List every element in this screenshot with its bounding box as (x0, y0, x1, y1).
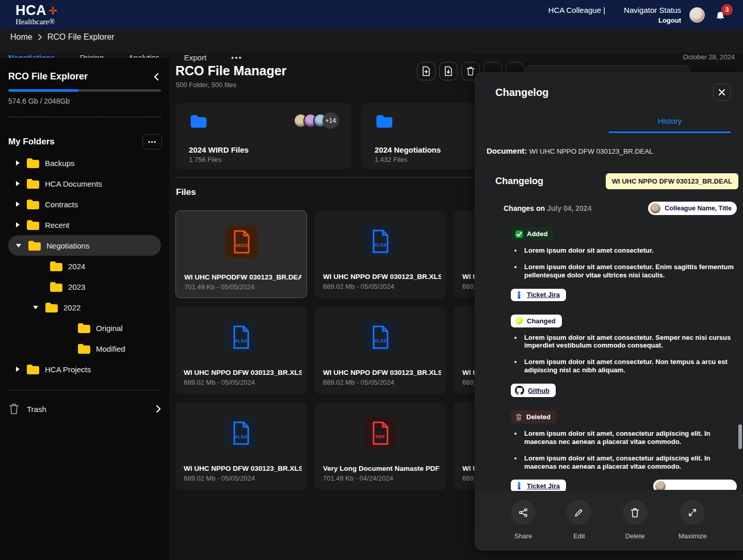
folder-card-name: 2024 WIRD Files (189, 145, 249, 154)
folder-card-name: 2024 Negotiations (375, 145, 441, 154)
current-date: October 28, 2024 (683, 53, 735, 61)
logout-link[interactable]: Logout (658, 17, 681, 24)
bullet: Lorem ipsum dolor sit amet consectetur. (522, 246, 736, 255)
changed-group: Changed Lorem ipsum dolor sit amet conse… (511, 301, 736, 397)
sidebar-item-backups[interactable]: Backups (0, 153, 169, 173)
file-meta: 689.02 Mb - 05/05/2024 (323, 283, 394, 290)
file-card[interactable]: NEGO WI UHC NPPODFW 030123_BR.DEAL 701.4… (175, 210, 307, 298)
file-card[interactable]: XLSX WI UHC NPPO DFW 030123_BR.XLSX 689.… (175, 306, 307, 394)
folder-icon (45, 302, 58, 313)
logo-subtext: Healthcare® (15, 18, 57, 26)
sidebar-item-hca-projects[interactable]: HCA Projects (0, 359, 169, 380)
chevron-right-icon (38, 34, 42, 41)
xlsx-file-icon: XLSX (224, 321, 257, 354)
sidebar-item-recent[interactable]: Recent (0, 215, 169, 235)
changelog-section-heading: Changelog (495, 176, 543, 187)
maximize-icon (688, 508, 697, 517)
author-chip[interactable]: Colleague Name, Title (648, 202, 737, 215)
user-avatar[interactable] (689, 7, 705, 23)
panel-scrollbar-thumb[interactable] (738, 424, 742, 449)
file-card[interactable]: PDF Very Long Document Namaste PDF 701.4… (315, 402, 446, 490)
breadcrumb-home[interactable]: Home (10, 32, 33, 42)
sidebar: RCO File Explorer 574.6 Gb / 2048Gb My F… (0, 58, 169, 560)
folder-tree: Backups HCA Documents Contracts Recent N (0, 153, 169, 380)
delete-button[interactable]: Delete (623, 500, 648, 551)
change-date: July 04, 2024 (547, 204, 591, 212)
changed-dot-icon (515, 317, 523, 324)
file-card[interactable]: XLSX WI UHC NPPO DFW 030123_BR.XLSX 689.… (315, 306, 446, 394)
file-download-icon (444, 66, 453, 76)
tab-export[interactable]: Export (184, 53, 206, 62)
bullet: Lorem ipsum dolor sit amet consectetur. … (522, 358, 736, 374)
file-name: WI UHC NPPODFW 030123_BR.DEAL (184, 273, 301, 281)
added-bullets: Lorem ipsum dolor sit amet consectetur. … (522, 246, 736, 279)
files-heading: Files (176, 187, 196, 197)
notification-badge: 3 (721, 4, 733, 15)
panel-title: Changelog (495, 87, 548, 98)
added-group: Added Lorem ipsum dolor sit amet consect… (511, 215, 736, 301)
sidebar-item-hca-documents[interactable]: HCA Documents (0, 173, 169, 194)
sidebar-item-2024[interactable]: 2024 (0, 256, 169, 276)
tab-history[interactable]: History (658, 117, 682, 131)
check-icon (515, 230, 523, 238)
xlsx-file-icon: XLSX (224, 417, 257, 450)
storage-usage-text: 574.6 Gb / 2048Gb (8, 97, 161, 105)
github-icon (515, 386, 524, 395)
pdf-file-icon: PDF (364, 417, 397, 450)
folder-card-wird[interactable]: +14 2024 WIRD Files 1.756 Files (175, 103, 351, 169)
caret-right-icon (16, 202, 20, 207)
extra-avatars-badge[interactable]: +14 (322, 112, 339, 129)
file-card[interactable]: XLSX WI UHC NPPO DFW 030123_BR.XLSX 689.… (315, 210, 446, 298)
sidebar-item-trash[interactable]: Trash (8, 398, 161, 420)
sidebar-collapse-button[interactable] (153, 72, 160, 81)
maximize-button[interactable]: Maximize (679, 500, 707, 551)
folder-card-count: 1.756 Files (189, 156, 222, 163)
caret-down-icon (33, 306, 38, 309)
tab-more[interactable]: ••• (231, 53, 243, 62)
deleted-badge: Deleted (511, 410, 557, 423)
navigator-status-link[interactable]: Navigator Status (624, 6, 681, 14)
breadcrumb: Home RCO File Explorer (0, 29, 743, 42)
notifications-button[interactable]: 3 (713, 6, 729, 24)
caret-right-icon (16, 181, 20, 186)
file-name: Very Long Document Namaste PDF (323, 465, 441, 472)
next-author-chip-partial[interactable] (653, 480, 737, 490)
caret-down-icon (16, 244, 21, 248)
changelog-panel: Changelog History Document: WI UHC NPPO … (475, 72, 743, 551)
avatar (650, 203, 660, 213)
file-name: WI UHC NPPO DFW 030123_BR.XLSX (323, 273, 441, 281)
file-meta: 689.02 Mb - 05/05/2024 (184, 378, 255, 386)
folders-more-button[interactable]: ••• (142, 134, 162, 150)
jira-link[interactable]: Ticket Jira (511, 480, 566, 492)
sidebar-item-negotiations[interactable]: Negotiations (0, 235, 169, 256)
top-header: HCA ✛ Healthcare® HCA Colleague | Naviga… (0, 0, 743, 29)
shared-avatars: +14 (298, 113, 339, 129)
divider (8, 390, 161, 390)
folder-icon (26, 178, 40, 189)
file-name: WI UHC NPPO DFW 030123_BR.XLSX (184, 369, 302, 376)
chevron-right-icon (156, 405, 161, 413)
folder-icon (26, 220, 40, 230)
file-name: WI UHC NPPO DFW 030123_BR.XLSX (184, 465, 302, 472)
changed-bullets: Lorem ipsum dolor sit amet consectetur. … (522, 334, 736, 374)
xlsx-file-icon: XLSX (364, 225, 397, 258)
sidebar-item-modified[interactable]: Modified (0, 338, 169, 359)
edit-button[interactable]: Edit (567, 500, 591, 551)
xlsx-file-icon: XLSX (364, 321, 397, 354)
deleted-bullets: Lorem ipsum dolor sit amet, consectetur … (522, 430, 736, 470)
sidebar-item-2022[interactable]: 2022 (0, 297, 169, 318)
close-icon (718, 89, 725, 96)
file-card[interactable]: XLSX WI UHC NPPO DFW 030123_BR.XLSX 689.… (175, 402, 307, 490)
my-folders-heading: My Folders (8, 137, 55, 147)
share-button[interactable]: Share (511, 500, 536, 551)
sidebar-item-original[interactable]: Original (0, 318, 169, 338)
github-link[interactable]: Github (511, 384, 556, 397)
jira-link[interactable]: Ticket Jira (511, 289, 566, 301)
document-name: WI UHC NPPO DFW 030123_BR.DEAL (529, 147, 653, 155)
folder-icon (28, 240, 41, 251)
sidebar-item-2023[interactable]: 2023 (0, 276, 169, 297)
folder-icon (50, 282, 63, 292)
sidebar-item-contracts[interactable]: Contracts (0, 194, 169, 215)
close-panel-button[interactable] (713, 84, 731, 101)
panel-action-bar: Share Edit Delete Maximize (475, 491, 743, 551)
